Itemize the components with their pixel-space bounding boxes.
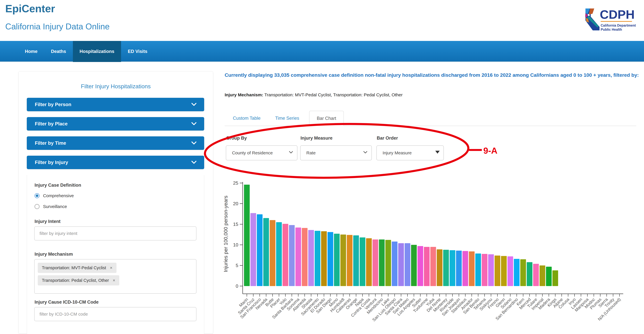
caret-down-icon [435, 151, 440, 154]
y-tick-label: 5 [236, 263, 238, 268]
remove-tag-icon[interactable]: × [113, 278, 115, 283]
bar-humboldt [340, 235, 346, 286]
remove-tag-icon[interactable]: × [110, 265, 112, 270]
svg-text:CDPH: CDPH [600, 7, 635, 21]
bar-santa-clara [398, 243, 404, 286]
radio-comprehensive[interactable]: Comprehensive [34, 192, 74, 199]
applied-filter-value: Transportation: MVT-Pedal Cyclist, Trans… [263, 92, 402, 97]
chevron-down-icon [191, 122, 196, 126]
filter-accordion: Filter by PersonFilter by PlaceFilter by… [27, 98, 204, 334]
tab-time-series[interactable]: Time Series [275, 116, 299, 121]
bar-lake [386, 240, 391, 286]
bar-san-luis-obispo [392, 241, 398, 286]
radio-selected-icon[interactable] [34, 193, 40, 198]
bar-kern [520, 259, 526, 286]
nav-item-deaths[interactable]: Deaths [44, 41, 73, 62]
y-tick-label: 20 [233, 201, 238, 206]
filter-panel-title: Filter Injury Hospitalizations [18, 83, 213, 90]
view-tabs: Custom TableTime SeriesBar Chart [225, 111, 636, 126]
bar-mendocino [379, 239, 385, 286]
injury-mechanism-label: Injury Mechanism [34, 252, 73, 257]
accordion-filter-by-time[interactable]: Filter by Time [27, 136, 204, 150]
icd-code-input[interactable] [34, 307, 196, 321]
accordion-filter-by-place[interactable]: Filter by Place [27, 117, 204, 131]
chart-controls: Group ByCounty of ResidenceInjury Measur… [225, 134, 518, 163]
bar-marin [244, 185, 250, 286]
applied-filter-line: Injury Mechanism: Transportation: MVT-Pe… [225, 92, 402, 97]
bar-merced [527, 262, 532, 286]
nav-item-home[interactable]: Home [18, 41, 44, 62]
cdph-logo-icon: CDPH California Department of Public Hea… [582, 5, 637, 34]
bar-tehama [482, 254, 488, 286]
radio-surveillance[interactable]: Surveillance [34, 203, 67, 210]
bar-alameda [302, 228, 308, 286]
bar-placer [276, 222, 282, 286]
injury-intent-label: Injury Intent [34, 219, 60, 224]
bar-san-benito [475, 253, 481, 286]
bar-orange [353, 235, 359, 286]
bar-monterey [443, 250, 449, 286]
bar-nevada [263, 218, 269, 286]
bar-santa-barbara [289, 225, 295, 286]
bar-glenn [501, 256, 507, 286]
injury-measure-label: Injury Measure [300, 136, 332, 141]
nav-item-hospitalizations[interactable]: Hospitalizations [73, 41, 121, 62]
y-axis-title: Injuries per 100,000 person-years [223, 195, 228, 272]
results-summary: Currently displaying 33,035 comprehensiv… [225, 70, 640, 80]
filter-panel: Filter Injury Hospitalizations Filter by… [18, 71, 213, 334]
injury-measure-select[interactable]: Rate [300, 146, 372, 160]
bar-kings [552, 270, 558, 286]
bar-yuba [430, 247, 436, 286]
bar-tuolumne [424, 247, 430, 286]
chevron-down-icon [191, 103, 196, 106]
bar-el-dorado [321, 231, 327, 286]
mechanism-tag: Transportation: Pedal Cyclist, Other× [38, 275, 119, 286]
chevron-down-icon [191, 161, 196, 164]
injury-mechanism-box[interactable]: Transportation: MVT-Pedal Cyclist×Transp… [34, 259, 196, 294]
bar-mono [334, 234, 340, 286]
main-nav: HomeDeathsHospitalizationsED Visits [0, 41, 644, 62]
bar-san-joaquin [456, 251, 462, 286]
bar-sacramento [315, 231, 320, 286]
injury-intent-input[interactable] [34, 226, 196, 240]
bar-napa [360, 237, 365, 286]
accordion-filter-by-person[interactable]: Filter by Person [27, 98, 204, 111]
icd-code-label: Injury Cause ICD-10-CM Code [34, 300, 99, 305]
bar-amador [469, 251, 475, 286]
bar-madera [546, 267, 552, 286]
bar-yolo [282, 224, 288, 286]
tab-custom-table[interactable]: Custom Table [233, 116, 260, 121]
accordion-filter-by-injury[interactable]: Filter by Injury [27, 156, 204, 169]
radio-label: Surveillance [43, 204, 67, 209]
bar-chart: 0510152025Injuries per 100,000 person-ye… [220, 175, 644, 334]
bar-san-francisco [257, 214, 262, 286]
bar-los-angeles [411, 245, 417, 286]
bar-solano [508, 256, 513, 286]
y-tick-label: 10 [233, 242, 238, 247]
chevron-down-icon [289, 151, 293, 154]
bar-san-mateo [405, 243, 410, 286]
chevron-down-icon [191, 141, 196, 145]
bar-san-bernardino [514, 259, 520, 286]
app-title: EpiCenter [5, 3, 55, 15]
bar-fresno [494, 256, 500, 286]
chevron-down-icon [191, 141, 196, 145]
tab-bar-chart[interactable]: Bar Chart [309, 111, 344, 126]
radio-unselected-icon[interactable] [34, 204, 40, 209]
bar-imperial [540, 265, 545, 286]
bar-order-select[interactable]: Injury Measure [376, 146, 444, 160]
applied-filter-label: Injury Mechanism: [225, 92, 263, 97]
group-by-select[interactable]: County of Residence [226, 146, 298, 160]
bar-tulare [533, 264, 539, 286]
y-tick-label: 25 [233, 180, 238, 186]
chevron-down-icon [191, 161, 196, 164]
nav-item-ed-visits[interactable]: ED Visits [121, 41, 154, 62]
radio-label: Comprehensive [43, 193, 74, 198]
bar-sonoma [295, 228, 301, 286]
chevron-down-icon [191, 103, 196, 106]
svg-text:California Department of: California Department of [601, 23, 637, 27]
bar-order-label: Bar Order [377, 136, 398, 141]
case-definition-label: Injury Case Definition [34, 182, 81, 188]
bar-sutter [418, 246, 423, 286]
bar-calaveras [347, 235, 352, 286]
